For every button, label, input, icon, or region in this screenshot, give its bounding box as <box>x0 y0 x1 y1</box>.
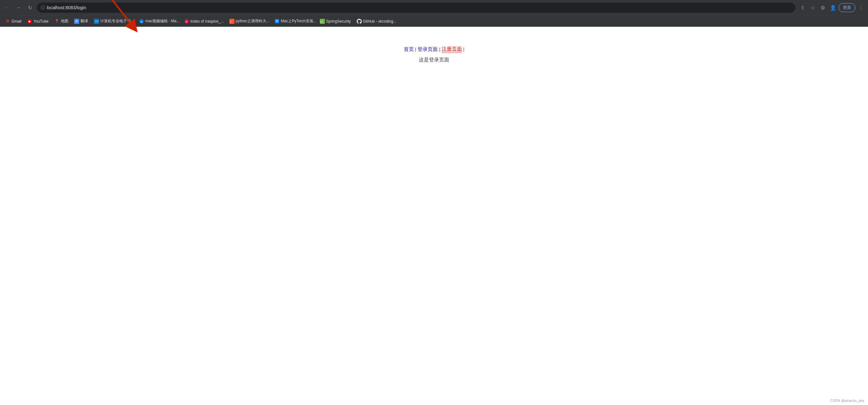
profile-button[interactable]: 👤 <box>829 3 837 12</box>
bookmark-github[interactable]: GitHub - xkcoding... <box>354 18 399 25</box>
bookmark-raspios[interactable]: R Index of /raspios_... <box>182 18 226 25</box>
svg-text:</>: </> <box>94 20 99 23</box>
gmail-favicon: M <box>5 19 10 24</box>
bookmark-pytorch-mac[interactable]: 知 Mac上PyTorch安装... <box>272 17 317 25</box>
bookmark-youtube[interactable]: ▶ YouTube <box>25 18 51 25</box>
svg-text:SS: SS <box>320 21 323 23</box>
csdn-favicon: C <box>229 19 235 24</box>
bookmark-button[interactable]: ☆ <box>808 3 817 12</box>
page-content: 首页 | 登录页面 | 注册页面 | 这是登录页面 <box>0 27 868 394</box>
bookmark-label-github: GitHub - xkcoding... <box>363 19 397 24</box>
svg-text:译: 译 <box>75 20 78 23</box>
maps-favicon: 📍 <box>54 19 60 24</box>
springsecurity-favicon: SS <box>320 19 325 24</box>
reload-button[interactable]: ↻ <box>26 3 34 12</box>
bookmark-label-maps: 地图 <box>61 19 68 24</box>
page-nav: 首页 | 登录页面 | 注册页面 | <box>404 46 465 53</box>
youtube-favicon: ▶ <box>27 19 32 24</box>
separator-1: | <box>415 47 416 52</box>
bookmark-label-raspios: Index of /raspios_... <box>191 19 224 24</box>
translate-favicon: 译 <box>74 19 79 24</box>
address-bar[interactable]: ⓘ localhost:8083/login <box>37 3 796 13</box>
address-bar-row: ← → ↻ ⓘ localhost:8083/login ⇧ ☆ ⚙ 👤 更新 … <box>0 0 868 15</box>
bookmark-label-translate: 翻译 <box>81 19 88 24</box>
bookmark-maps[interactable]: 📍 地图 <box>52 17 71 25</box>
separator-2: | <box>439 47 440 52</box>
bookmark-label-vscode: 计算机专业电子书... <box>100 19 134 24</box>
bookmark-translate[interactable]: 译 翻译 <box>71 17 91 25</box>
bookmark-gmail[interactable]: M Gmail <box>3 18 24 25</box>
bookmark-springsecurity[interactable]: SS SpringSecurity <box>317 18 353 25</box>
svg-text:M: M <box>140 20 143 23</box>
vscode-favicon: </> <box>94 19 99 24</box>
extensions-button[interactable]: ⚙ <box>818 3 827 12</box>
svg-text:C: C <box>230 20 231 23</box>
raspios-favicon: R <box>184 19 189 24</box>
github-favicon <box>357 19 362 24</box>
browser-chrome: ← → ↻ ⓘ localhost:8083/login ⇧ ☆ ⚙ 👤 更新 … <box>0 0 868 27</box>
security-icon: ⓘ <box>41 5 45 10</box>
zhihu-favicon: 知 <box>275 19 280 24</box>
bookmark-label-python-csdn: python之调用科大... <box>236 19 270 24</box>
bookmark-vscode[interactable]: </> 计算机专业电子书... <box>91 17 136 25</box>
bookmark-label-gmail: Gmail <box>11 19 21 24</box>
bookmark-mac-video[interactable]: M mac视频编辑 - Ma... <box>136 17 181 25</box>
share-button[interactable]: ⇧ <box>798 3 807 12</box>
bookmark-python-csdn[interactable]: C python之调用科大... <box>227 17 271 25</box>
menu-button[interactable]: ⋮ <box>857 3 865 12</box>
back-button[interactable]: ← <box>3 3 11 12</box>
address-bar-actions: ⇧ ☆ ⚙ 👤 更新 ⋮ <box>798 3 865 12</box>
mac-video-favicon: M <box>139 19 144 24</box>
bookmark-label-mac-video: mac视频编辑 - Ma... <box>146 19 180 24</box>
nav-link-register[interactable]: 注册页面 <box>442 46 462 53</box>
bookmark-label-youtube: YouTube <box>33 19 49 24</box>
bookmarks-bar: M Gmail ▶ YouTube 📍 地图 译 翻译 <box>0 15 868 27</box>
nav-link-home[interactable]: 首页 <box>404 46 414 53</box>
svg-text:R: R <box>186 20 187 23</box>
forward-button[interactable]: → <box>14 3 23 12</box>
url-text: localhost:8083/login <box>47 5 792 10</box>
bookmark-label-pytorch-mac: Mac上PyTorch安装... <box>281 19 317 24</box>
update-button[interactable]: 更新 <box>839 3 855 12</box>
separator-3: | <box>463 47 465 52</box>
page-subtitle: 这是登录页面 <box>419 57 449 63</box>
nav-link-login[interactable]: 登录页面 <box>417 46 438 53</box>
bookmark-label-springsecurity: SpringSecurity <box>326 19 351 24</box>
